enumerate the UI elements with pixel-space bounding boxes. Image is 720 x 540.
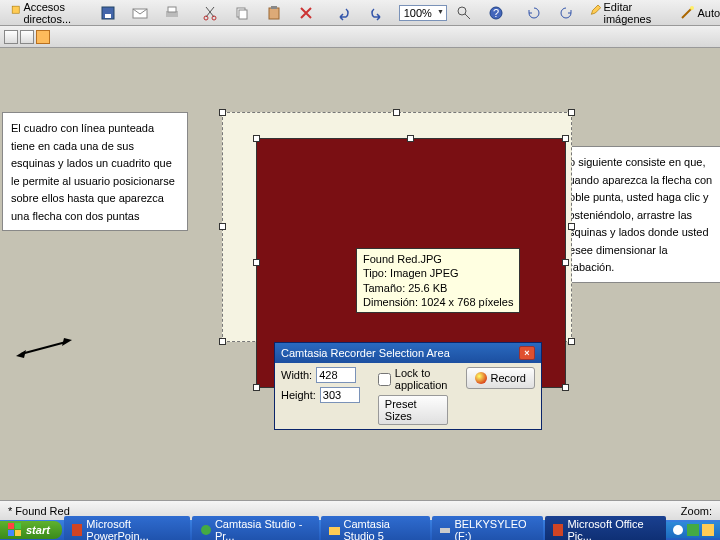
- status-filename: * Found Red: [8, 505, 70, 517]
- svg-rect-22: [15, 530, 21, 536]
- instruction-callout-right: Lo siguiente consiste en que, cuando apa…: [554, 146, 720, 283]
- cut-icon[interactable]: [195, 2, 225, 24]
- svg-rect-26: [440, 528, 450, 533]
- preset-label: Preset Sizes: [385, 398, 417, 422]
- img-handle-sw[interactable]: [253, 384, 260, 391]
- task-label: Microsoft Office Pic...: [567, 518, 658, 540]
- status-zoom-label: Zoom:: [681, 505, 712, 517]
- paste-icon[interactable]: [259, 2, 289, 24]
- double-arrow-icon: [16, 338, 72, 358]
- single-view-icon[interactable]: [36, 30, 50, 44]
- autocorreccion-button[interactable]: Autocorrección: [672, 2, 720, 24]
- svg-rect-11: [271, 6, 277, 9]
- task-camtasia-proj[interactable]: Camtasia Studio - Pr...: [192, 516, 319, 540]
- width-input[interactable]: [316, 367, 356, 383]
- drive-icon: [440, 524, 450, 536]
- img-handle-w[interactable]: [253, 259, 260, 266]
- camtasia-title-text: Camtasia Recorder Selection Area: [281, 347, 450, 359]
- camtasia-dialog: Camtasia Recorder Selection Area × Width…: [274, 342, 542, 430]
- camtasia-titlebar[interactable]: Camtasia Recorder Selection Area ×: [275, 343, 541, 363]
- svg-point-12: [458, 7, 466, 15]
- main-toolbar: Accesos directos... 100% ? Editar imágen…: [0, 0, 720, 26]
- editar-label: Editar imágenes: [604, 1, 657, 25]
- task-powerpoint[interactable]: Microsoft PowerPoin...: [64, 516, 191, 540]
- preset-sizes-button[interactable]: Preset Sizes: [378, 395, 448, 425]
- svg-rect-9: [239, 10, 247, 19]
- resize-handle-ne[interactable]: [568, 109, 575, 116]
- system-tray[interactable]: [666, 522, 720, 538]
- record-label: Record: [491, 372, 526, 384]
- resize-handle-sw[interactable]: [219, 338, 226, 345]
- height-input[interactable]: [320, 387, 360, 403]
- start-label: start: [26, 524, 50, 536]
- thumbnail-view-icon[interactable]: [4, 30, 18, 44]
- editar-imagenes-button[interactable]: Editar imágenes: [583, 0, 664, 28]
- camtasia-icon: [200, 524, 210, 536]
- copy-icon[interactable]: [227, 2, 257, 24]
- img-handle-nw[interactable]: [253, 135, 260, 142]
- task-picture-manager[interactable]: Microsoft Office Pic...: [545, 516, 666, 540]
- print-icon[interactable]: [157, 2, 187, 24]
- tray-icon[interactable]: [702, 524, 714, 536]
- bookmark-icon: [11, 5, 20, 21]
- task-label: BELKYSYLEO (F:): [454, 518, 535, 540]
- svg-rect-0: [12, 6, 19, 13]
- svg-point-28: [673, 525, 683, 535]
- rotate-left-icon[interactable]: [519, 2, 549, 24]
- record-button[interactable]: Record: [466, 367, 535, 389]
- svg-rect-20: [15, 523, 21, 529]
- accesos-label: Accesos directos...: [23, 1, 77, 25]
- rotate-right-icon[interactable]: [551, 2, 581, 24]
- record-icon: [475, 372, 487, 384]
- width-label: Width:: [281, 369, 312, 381]
- task-label: Microsoft PowerPoin...: [86, 518, 182, 540]
- resize-handle-se[interactable]: [568, 338, 575, 345]
- redo-icon[interactable]: [361, 2, 391, 24]
- img-handle-ne[interactable]: [562, 135, 569, 142]
- svg-rect-10: [269, 8, 279, 19]
- lock-label: Lock to application: [395, 367, 448, 391]
- close-button[interactable]: ×: [519, 346, 535, 360]
- img-handle-n[interactable]: [407, 135, 414, 142]
- tooltip-name: Found Red.JPG: [363, 252, 513, 266]
- task-camtasia-folder[interactable]: Camtasia Studio 5: [321, 516, 430, 540]
- resize-handle-e[interactable]: [568, 223, 575, 230]
- tray-icon[interactable]: [687, 524, 699, 536]
- callout-left-text: El cuadro con línea punteada tiene en ca…: [11, 122, 175, 222]
- undo-icon[interactable]: [329, 2, 359, 24]
- start-button[interactable]: start: [0, 521, 62, 539]
- task-label: Camtasia Studio 5: [344, 518, 422, 540]
- windows-logo-icon: [8, 523, 22, 537]
- auto-label: Autocorrección: [698, 7, 720, 19]
- view-toolbar: [0, 26, 720, 48]
- help-icon[interactable]: ?: [481, 2, 511, 24]
- windows-taskbar: start Microsoft PowerPoin... Camtasia St…: [0, 520, 720, 540]
- resize-handle-nw[interactable]: [219, 109, 226, 116]
- img-handle-e[interactable]: [562, 259, 569, 266]
- email-icon[interactable]: [125, 2, 155, 24]
- filmstrip-view-icon[interactable]: [20, 30, 34, 44]
- zoom-select[interactable]: 100%: [399, 5, 447, 21]
- folder-icon: [329, 524, 339, 536]
- svg-point-24: [201, 525, 210, 535]
- img-handle-se[interactable]: [562, 384, 569, 391]
- task-drive[interactable]: BELKYSYLEO (F:): [432, 516, 543, 540]
- delete-icon[interactable]: [291, 2, 321, 24]
- picture-icon: [553, 524, 563, 536]
- svg-rect-2: [105, 14, 111, 18]
- tray-icon[interactable]: [672, 524, 684, 536]
- svg-rect-30: [702, 524, 714, 536]
- tooltip-dim: Dimensión: 1024 x 768 píxeles: [363, 295, 513, 309]
- svg-marker-18: [62, 338, 72, 346]
- zoom-icon[interactable]: [449, 2, 479, 24]
- svg-rect-25: [329, 527, 339, 535]
- resize-handle-w[interactable]: [219, 223, 226, 230]
- editor-canvas: El cuadro con línea punteada tiene en ca…: [0, 48, 720, 500]
- resize-handle-n[interactable]: [393, 109, 400, 116]
- svg-rect-19: [8, 523, 14, 529]
- svg-rect-27: [553, 524, 563, 536]
- save-icon[interactable]: [93, 2, 123, 24]
- accesos-directos-button[interactable]: Accesos directos...: [4, 0, 85, 28]
- svg-text:?: ?: [493, 7, 499, 19]
- lock-checkbox[interactable]: [378, 373, 391, 386]
